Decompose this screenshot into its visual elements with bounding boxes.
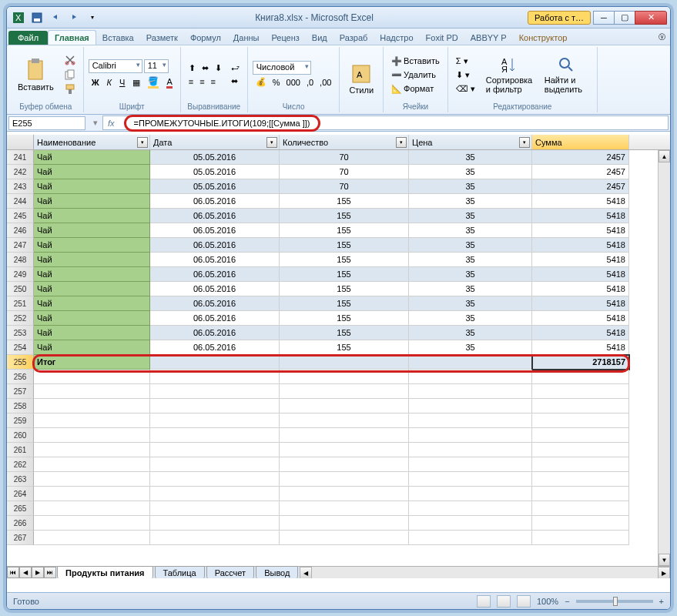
cell[interactable] (150, 457, 280, 472)
cell-name[interactable]: Чай (34, 223, 150, 238)
comma-button[interactable]: 000 (283, 75, 303, 89)
row-header[interactable]: 262 (7, 457, 34, 472)
number-format-select[interactable]: Числовой (253, 61, 311, 75)
row-header[interactable]: 242 (7, 165, 34, 179)
row-header[interactable]: 253 (7, 326, 34, 340)
cell[interactable] (532, 413, 629, 428)
cell[interactable] (409, 399, 532, 413)
cell-date[interactable]: 06.05.2016 (150, 311, 280, 326)
row-header[interactable]: 245 (7, 209, 34, 223)
cell[interactable] (532, 443, 629, 457)
select-all-corner[interactable] (7, 135, 34, 149)
tab-dev[interactable]: Разраб (333, 31, 374, 45)
formula-input[interactable]: =ПРОМЕЖУТОЧНЫЕ.ИТОГИ(109;[[Сумма ]]) (119, 119, 668, 128)
find-select-button[interactable]: Найти и выделить (540, 54, 592, 95)
cell-qty[interactable]: 155 (280, 340, 409, 355)
cell-price[interactable]: 35 (409, 150, 532, 165)
cell-sum[interactable]: 2457 (532, 165, 629, 179)
cell[interactable] (280, 384, 409, 399)
tab-insert[interactable]: Вставка (96, 31, 140, 45)
cell-qty[interactable]: 70 (280, 165, 409, 179)
cell-name[interactable]: Чай (34, 267, 150, 282)
cell-sum[interactable]: 5418 (532, 267, 629, 282)
increase-decimal-button[interactable]: ,0 (303, 75, 317, 89)
cell-qty[interactable]: 155 (280, 223, 409, 238)
cell-name[interactable]: Чай (34, 282, 150, 296)
undo-icon[interactable] (47, 10, 64, 25)
cell[interactable] (532, 399, 629, 413)
tab-view[interactable]: Вид (306, 31, 333, 45)
cell-qty[interactable]: 155 (280, 209, 409, 223)
row-header[interactable]: 243 (7, 179, 34, 194)
currency-button[interactable]: 💰 (253, 75, 270, 89)
tab-designer[interactable]: Конструктор (513, 31, 574, 45)
cell-qty[interactable]: 155 (280, 267, 409, 282)
cell[interactable] (150, 428, 280, 443)
row-header[interactable]: 254 (7, 340, 34, 355)
align-top-button[interactable]: ⬆ (186, 62, 199, 75)
tab-nav-next[interactable]: ▶ (32, 567, 44, 578)
tab-layout[interactable]: Разметк (140, 31, 184, 45)
row-header[interactable]: 241 (7, 150, 34, 165)
cell-sum[interactable]: 5418 (532, 253, 629, 267)
cut-button[interactable] (62, 53, 79, 67)
cell-price[interactable]: 35 (409, 296, 532, 311)
cell[interactable] (150, 355, 280, 370)
cell-sum[interactable]: 5418 (532, 223, 629, 238)
row-header[interactable]: 256 (7, 370, 34, 384)
sheet-tab[interactable]: Продукты питания (57, 566, 153, 578)
cell[interactable] (409, 384, 532, 399)
cell[interactable] (409, 472, 532, 487)
row-header[interactable]: 263 (7, 472, 34, 487)
row-header[interactable]: 250 (7, 282, 34, 296)
row-header[interactable]: 255 (7, 355, 34, 370)
page-break-view-button[interactable] (517, 595, 531, 608)
cell-date[interactable]: 06.05.2016 (150, 209, 280, 223)
cell[interactable] (280, 428, 409, 443)
cell[interactable] (280, 370, 409, 384)
tab-nav-first[interactable]: ⏮ (7, 567, 19, 578)
cell[interactable] (532, 487, 629, 501)
cell[interactable] (409, 501, 532, 516)
maximize-button[interactable]: ▢ (614, 11, 635, 25)
row-header[interactable]: 267 (7, 531, 34, 545)
row-header[interactable]: 247 (7, 238, 34, 253)
row-header[interactable]: 266 (7, 516, 34, 531)
cell-qty[interactable]: 155 (280, 326, 409, 340)
row-header[interactable]: 257 (7, 384, 34, 399)
cell[interactable] (150, 384, 280, 399)
cell-sum[interactable]: 5418 (532, 282, 629, 296)
font-name-select[interactable]: Calibri (89, 59, 142, 73)
cell[interactable] (150, 399, 280, 413)
namebox-dropdown-icon[interactable]: ▾ (89, 118, 102, 128)
copy-button[interactable] (62, 68, 79, 82)
cell-date[interactable]: 06.05.2016 (150, 267, 280, 282)
row-header[interactable]: 264 (7, 487, 34, 501)
cell[interactable] (532, 472, 629, 487)
cell[interactable] (280, 443, 409, 457)
insert-cells-button[interactable]: ➕Вставить (388, 55, 443, 68)
cell-price[interactable]: 35 (409, 282, 532, 296)
align-left-button[interactable]: ≡ (186, 75, 196, 88)
cell-date[interactable]: 06.05.2016 (150, 296, 280, 311)
close-button[interactable]: ✕ (635, 11, 667, 25)
format-cells-button[interactable]: 📐Формат (388, 82, 443, 95)
scroll-down-button[interactable]: ▼ (659, 554, 670, 566)
align-right-button[interactable]: ≡ (208, 75, 219, 88)
table-tools-tab[interactable]: Работа с т… (528, 11, 591, 25)
cell-price[interactable]: 35 (409, 253, 532, 267)
cell-qty[interactable]: 155 (280, 296, 409, 311)
font-size-select[interactable]: 11 (144, 59, 169, 73)
paste-button[interactable]: Вставить (13, 56, 59, 93)
cell[interactable] (150, 531, 280, 545)
filter-icon[interactable]: ▾ (137, 137, 148, 148)
sort-filter-button[interactable]: АЯ Сортировка и фильтр (481, 54, 537, 95)
cell[interactable] (280, 531, 409, 545)
cell[interactable] (34, 457, 150, 472)
vertical-scrollbar[interactable]: ▲ ▼ (658, 150, 670, 566)
cell[interactable] (34, 384, 150, 399)
cell[interactable] (409, 443, 532, 457)
cell-sum[interactable]: 5418 (532, 238, 629, 253)
cell[interactable] (532, 370, 629, 384)
row-header[interactable]: 244 (7, 194, 34, 209)
